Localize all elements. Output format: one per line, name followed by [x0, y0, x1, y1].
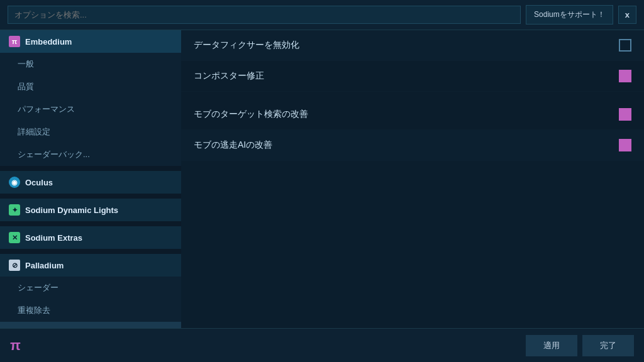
sidebar-item-advanced[interactable]: 詳細設定	[0, 121, 181, 143]
option-row-2: モブのターゲット検索の改善	[181, 99, 644, 130]
done-button[interactable]: 完了	[582, 335, 634, 356]
sidebar-item-general[interactable]: 一般	[0, 53, 181, 75]
group-separator	[0, 221, 181, 226]
sodium-support-button[interactable]: Sodiumをサポート！	[526, 5, 613, 25]
sidebar-item-sodium-extras[interactable]: ✕ Sodium Extras	[0, 226, 181, 249]
close-button[interactable]: x	[618, 6, 636, 24]
sidebar-item-quality[interactable]: 品質	[0, 75, 181, 98]
sidebar-item-label: Sodium Dynamic Lights	[25, 206, 118, 215]
option-label: モブの逃走AIの改善	[194, 140, 272, 151]
option-row-1: コンポスター修正	[181, 61, 644, 92]
sidebar: π Embeddium 一般 品質 パフォーマンス 詳細設定 シェーダーバック.…	[0, 30, 181, 328]
checkbox-mob-target[interactable]	[619, 108, 631, 121]
group-separator	[0, 194, 181, 199]
embeddium-icon: π	[9, 36, 20, 47]
sidebar-item-label: Palladium	[25, 261, 64, 270]
sodium-extras-icon: ✕	[9, 232, 20, 243]
option-label: データフィクサーを無効化	[194, 40, 299, 51]
sidebar-item-sodium-dynamic[interactable]: ✦ Sodium Dynamic Lights	[0, 199, 181, 221]
sodium-dynamic-icon: ✦	[9, 204, 20, 216]
palladium-icon: ⊘	[9, 260, 20, 271]
sidebar-item-embeddium[interactable]: π Embeddium	[0, 30, 181, 53]
sidebar-item-oculus[interactable]: ◉ Oculus	[0, 171, 181, 194]
sidebar-item-label: Embeddium	[25, 37, 72, 47]
options-content: データフィクサーを無効化 コンポスター修正 モブのターゲット検索の改善 モブの逃…	[181, 30, 644, 328]
main-layout: π Embeddium 一般 品質 パフォーマンス 詳細設定 シェーダーバック.…	[0, 30, 644, 328]
checkbox-composter[interactable]	[619, 70, 631, 82]
apply-button[interactable]: 適用	[526, 335, 577, 356]
sidebar-item-performance[interactable]: パフォーマンス	[0, 98, 181, 121]
sidebar-item-label: Sodium Extras	[25, 233, 82, 243]
group-separator	[0, 166, 181, 171]
footer-logo: π	[10, 337, 21, 354]
option-row-0: データフィクサーを無効化	[181, 30, 644, 61]
sidebar-item-label: Oculus	[25, 178, 53, 187]
footer-buttons: 適用 完了	[526, 335, 634, 356]
option-label: コンポスター修正	[194, 70, 264, 82]
footer: π 適用 完了	[0, 328, 644, 362]
sidebar-item-dedup[interactable]: 重複除去	[0, 299, 181, 322]
checkbox-data-fixer[interactable]	[619, 39, 631, 52]
content-gap	[181, 92, 644, 99]
option-label: モブのターゲット検索の改善	[194, 109, 308, 120]
sidebar-item-shader[interactable]: シェーダー	[0, 277, 181, 299]
header: Sodiumをサポート！ x	[0, 0, 644, 30]
search-input[interactable]	[8, 6, 521, 24]
group-separator	[0, 249, 181, 254]
sidebar-item-shader-pack[interactable]: シェーダーバック...	[0, 143, 181, 166]
checkbox-mob-flee[interactable]	[619, 139, 631, 151]
sidebar-item-other[interactable]: その他	[0, 322, 181, 328]
option-row-3: モブの逃走AIの改善	[181, 130, 644, 161]
sidebar-item-palladium[interactable]: ⊘ Palladium	[0, 254, 181, 277]
oculus-icon: ◉	[9, 177, 20, 188]
